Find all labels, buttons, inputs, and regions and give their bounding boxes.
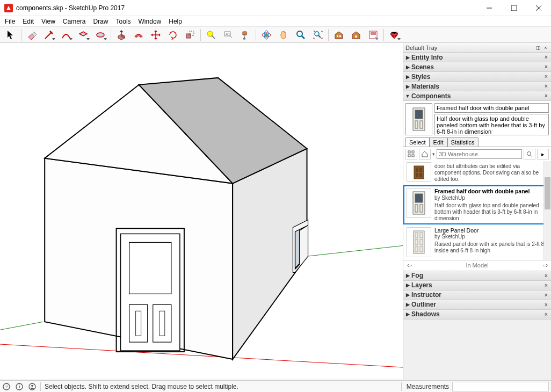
menu-edit[interactable]: Edit	[19, 17, 38, 26]
panel-materials[interactable]: ▶Materials×	[403, 82, 551, 91]
info-icon[interactable]	[13, 381, 26, 393]
svg-rect-48	[419, 168, 422, 172]
svg-text:A1: A1	[226, 32, 230, 36]
components-list: door but attributes can be edited via co…	[403, 161, 551, 260]
warehouse-tool[interactable]	[331, 28, 347, 42]
svg-line-21	[307, 245, 403, 256]
svg-rect-49	[416, 173, 418, 177]
svg-marker-35	[293, 220, 308, 272]
tab-edit[interactable]: Edit	[430, 137, 447, 147]
status-message: Select objects. Shift to extend select. …	[42, 383, 400, 390]
scale-tool[interactable]	[182, 28, 198, 42]
zoom-extents-tool[interactable]	[310, 28, 326, 42]
panel-fog[interactable]: ▶Fog×	[403, 271, 551, 281]
panel-scenes[interactable]: ▶Scenes×	[403, 62, 551, 72]
panel-instructor[interactable]: ▶Instructor×	[403, 291, 551, 300]
statusbar: ? Select objects. Shift to extend select…	[0, 380, 551, 392]
svg-point-14	[315, 32, 319, 36]
tape-tool[interactable]	[203, 28, 219, 42]
eraser-tool[interactable]	[24, 28, 40, 42]
svg-rect-43	[412, 155, 414, 157]
svg-rect-16	[339, 35, 341, 37]
ruby-tool[interactable]	[386, 28, 402, 42]
menu-tools[interactable]: Tools	[112, 17, 135, 26]
component-thumbnail	[405, 103, 432, 135]
panel-outliner[interactable]: ▶Outliner×	[403, 300, 551, 310]
offset-tool[interactable]	[130, 28, 147, 42]
close-button[interactable]	[526, 0, 551, 16]
pushpull-tool[interactable]	[113, 28, 129, 42]
tray-close-icon[interactable]: ×	[542, 45, 549, 51]
text-tool[interactable]: A1	[220, 28, 236, 42]
rotate-tool[interactable]	[165, 28, 181, 42]
svg-rect-29	[129, 242, 171, 294]
panel-entity-info[interactable]: ▶Entity Info×	[403, 53, 551, 62]
svg-point-68	[31, 384, 33, 387]
pan-tool[interactable]	[276, 28, 292, 42]
titlebar: components.skp - SketchUp Pro 2017	[0, 0, 551, 16]
components-menu[interactable]: ▸	[537, 149, 549, 159]
layout-tool[interactable]	[365, 28, 381, 42]
zoom-tool[interactable]	[293, 28, 309, 42]
component-tabs: Select Edit Statistics	[403, 137, 551, 147]
user-icon[interactable]	[26, 381, 39, 393]
measurements-input[interactable]	[452, 382, 549, 391]
menu-window[interactable]: Window	[135, 17, 165, 26]
nav-forward[interactable]: ⇨	[539, 262, 551, 269]
rectangle-tool[interactable]	[75, 28, 91, 42]
svg-rect-37	[415, 110, 423, 119]
svg-rect-1	[511, 5, 517, 11]
panel-shadows[interactable]: ▶Shadows×	[403, 310, 551, 320]
select-tool[interactable]	[3, 28, 19, 42]
svg-rect-52	[415, 194, 423, 202]
svg-rect-39	[420, 121, 423, 128]
svg-rect-53	[415, 205, 418, 212]
move-tool[interactable]	[148, 28, 164, 42]
svg-rect-41	[412, 151, 414, 153]
component-item[interactable]: door but attributes can be edited via co…	[403, 161, 551, 185]
line-tool[interactable]	[41, 28, 57, 42]
menu-camera[interactable]: Camera	[59, 17, 90, 26]
tab-select[interactable]: Select	[405, 137, 430, 147]
menu-draw[interactable]: Draw	[90, 17, 112, 26]
extension-warehouse-tool[interactable]	[348, 28, 364, 42]
maximize-button[interactable]	[502, 0, 526, 16]
minimize-button[interactable]	[477, 0, 502, 16]
svg-rect-30	[129, 304, 148, 342]
svg-rect-50	[419, 173, 422, 177]
menu-file[interactable]: File	[1, 17, 19, 26]
viewport-3d[interactable]	[0, 43, 403, 380]
panel-layers[interactable]: ▶Layers×	[403, 281, 551, 291]
component-item[interactable]: Large Panel Door by SketchUp Raised pane…	[403, 224, 551, 260]
svg-point-17	[355, 35, 357, 38]
svg-point-4	[97, 33, 104, 37]
help-icon[interactable]: ?	[0, 381, 13, 393]
components-view-mode[interactable]	[405, 149, 417, 159]
circle-tool[interactable]	[92, 28, 108, 42]
panel-styles[interactable]: ▶Styles×	[403, 72, 551, 82]
component-desc-input[interactable]: Half door with glass top and double pane…	[434, 114, 549, 135]
svg-rect-19	[371, 32, 376, 35]
default-tray: Default Tray ◫ × ▶Entity Info× ▶Scenes× …	[403, 43, 551, 380]
menu-view[interactable]: View	[38, 17, 59, 26]
pin-icon[interactable]: ◫	[535, 45, 541, 51]
arc-tool[interactable]	[58, 28, 74, 42]
paint-tool[interactable]	[237, 28, 253, 42]
search-button[interactable]	[524, 149, 535, 159]
tab-statistics[interactable]: Statistics	[447, 137, 479, 147]
search-3d-warehouse[interactable]	[437, 149, 522, 159]
menubar: File Edit View Camera Draw Tools Window …	[0, 16, 551, 27]
svg-rect-46	[414, 166, 424, 179]
svg-point-44	[527, 152, 531, 156]
app-icon	[4, 4, 13, 12]
svg-text:?: ?	[5, 384, 8, 389]
svg-rect-38	[415, 121, 418, 128]
components-scrollbar[interactable]	[543, 161, 551, 260]
component-name-input[interactable]	[434, 103, 549, 113]
component-item-selected[interactable]: Framed half door with double panel by Sk…	[403, 185, 551, 224]
nav-back[interactable]: ⇦	[403, 262, 415, 269]
components-home[interactable]	[419, 149, 431, 159]
menu-help[interactable]: Help	[165, 17, 186, 26]
panel-components[interactable]: ▼Components×	[403, 91, 551, 101]
orbit-tool[interactable]	[258, 28, 274, 42]
